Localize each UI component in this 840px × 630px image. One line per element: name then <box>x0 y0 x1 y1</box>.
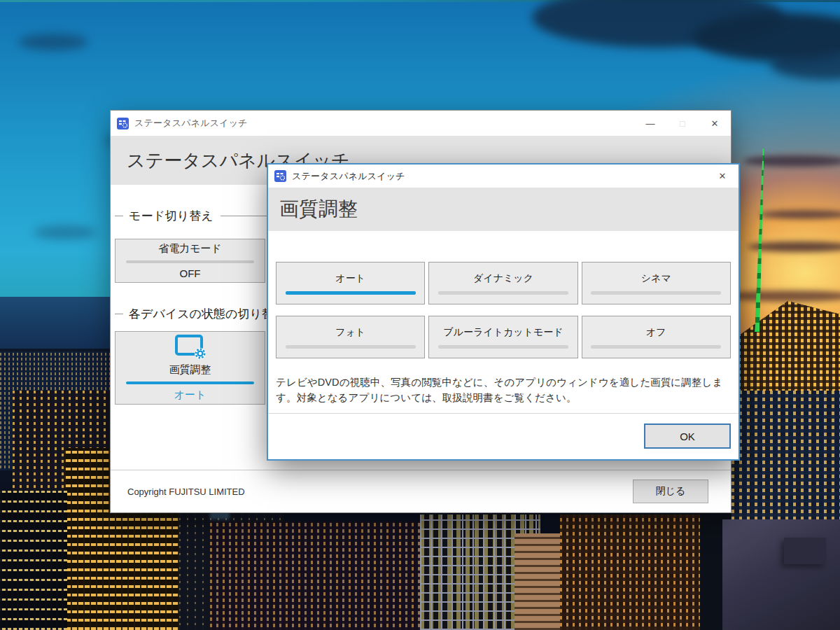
wallpaper-cloud <box>18 34 88 50</box>
divider <box>268 413 738 414</box>
dialog-titlebar[interactable]: ステータスパネルスイッチ ✕ <box>268 164 738 188</box>
image-quality-dialog: ステータスパネルスイッチ ✕ 画質調整 オート ダイナミック シネマ <box>267 163 740 461</box>
mode-bar <box>591 345 721 349</box>
wallpaper-building <box>0 490 67 630</box>
display-gear-icon <box>174 334 206 360</box>
window-footer: Copyright FUJITSU LIMITED 閉じる <box>111 470 731 512</box>
wallpaper-building <box>210 522 427 630</box>
wallpaper-building <box>722 519 840 630</box>
image-quality-label: 画質調整 <box>169 363 211 377</box>
maximize-button: □ <box>666 111 699 136</box>
mode-selected-bar <box>286 291 416 295</box>
mode-button-auto[interactable]: オート <box>276 262 425 304</box>
section-label: モード切り替え <box>129 208 214 224</box>
state-bar <box>126 260 254 263</box>
wallpaper-building <box>560 514 721 630</box>
ok-button[interactable]: OK <box>644 424 731 449</box>
dialog-description: テレビやDVDの視聴中、写真の閲覧中などに、そのアプリのウィンドウを適した画質に… <box>276 374 731 406</box>
power-save-mode-button[interactable]: 省電力モード OFF <box>115 239 265 283</box>
minimize-button[interactable]: — <box>634 111 666 136</box>
section-label: 各デバイスの状態の切り替え <box>129 306 286 322</box>
mode-bar <box>438 345 568 349</box>
wallpaper-building <box>514 533 562 630</box>
mode-button-cinema[interactable]: シネマ <box>582 262 731 304</box>
quality-mode-grid: オート ダイナミック シネマ フォト ブルーライトカットモード <box>276 262 731 358</box>
main-titlebar[interactable]: ステータスパネルスイッチ — □ ✕ <box>111 111 731 136</box>
mode-bar <box>438 291 568 295</box>
copyright-text: Copyright FUJITSU LIMITED <box>127 486 245 497</box>
dialog-content: オート ダイナミック シネマ フォト ブルーライトカットモード <box>268 262 738 406</box>
mode-button-off[interactable]: オフ <box>582 316 731 358</box>
mode-button-bluelight-cut[interactable]: ブルーライトカットモード <box>428 316 578 358</box>
close-icon[interactable]: ✕ <box>706 164 738 188</box>
app-icon <box>117 118 129 130</box>
image-quality-button[interactable]: 画質調整 オート <box>115 331 265 405</box>
state-bar-active <box>126 382 254 384</box>
close-icon[interactable]: ✕ <box>699 111 731 136</box>
mode-bar <box>286 345 416 349</box>
close-window-button[interactable]: 閉じる <box>633 479 708 503</box>
wallpaper-sunset-cloud <box>743 155 840 167</box>
power-save-mode-state: OFF <box>180 267 201 279</box>
image-quality-state: オート <box>174 388 206 402</box>
wallpaper-rooftop <box>784 538 826 564</box>
divider <box>115 314 123 314</box>
mode-button-dynamic[interactable]: ダイナミック <box>428 262 578 304</box>
dialog-heading: 画質調整 <box>268 188 738 231</box>
mode-bar <box>591 291 721 295</box>
desktop: ステータスパネルスイッチ — □ ✕ ステータスパネルスイッチ モード切り替え … <box>0 0 840 630</box>
wallpaper-cloud <box>34 225 97 239</box>
app-icon <box>274 170 286 182</box>
mode-button-photo[interactable]: フォト <box>276 316 425 358</box>
dialog-title: ステータスパネルスイッチ <box>292 170 405 183</box>
power-save-mode-label: 省電力モード <box>158 242 222 255</box>
divider <box>115 216 123 216</box>
window-title: ステータスパネルスイッチ <box>134 117 248 130</box>
